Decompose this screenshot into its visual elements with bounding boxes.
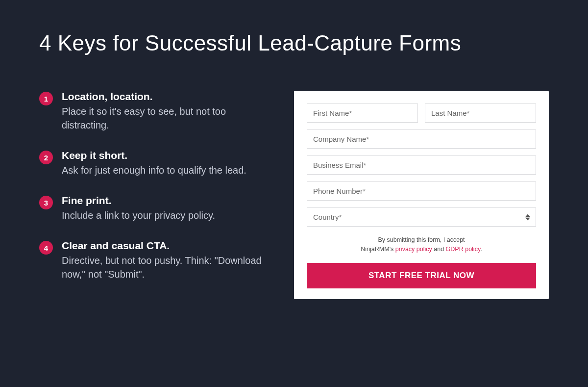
email-input[interactable]	[307, 155, 536, 175]
key-title: Location, location.	[62, 91, 265, 103]
key-badge: 1	[39, 92, 53, 105]
key-text: Clear and casual CTA. Directive, but not…	[62, 240, 265, 281]
key-title: Keep it short.	[62, 150, 265, 161]
key-text: Location, location. Place it so it's eas…	[62, 91, 265, 132]
key-item-2: 2 Keep it short. Ask for just enough inf…	[39, 150, 265, 177]
company-input[interactable]	[307, 129, 536, 149]
disclaimer-text: By submitting this form, I accept NinjaR…	[307, 235, 536, 254]
page-title: 4 Keys for Successful Lead-Capture Forms	[39, 29, 549, 56]
key-text: Keep it short. Ask for just enough info …	[62, 150, 265, 177]
lead-form: Country* By submitting this form, I acce…	[294, 91, 549, 299]
key-item-4: 4 Clear and casual CTA. Directive, but n…	[39, 240, 265, 281]
start-trial-button[interactable]: START FREE TRIAL NOW	[307, 263, 536, 288]
privacy-policy-link[interactable]: privacy policy	[395, 246, 432, 253]
country-select[interactable]: Country*	[307, 207, 536, 227]
key-item-1: 1 Location, location. Place it so it's e…	[39, 91, 265, 132]
key-text: Fine print. Include a link to your priva…	[62, 195, 265, 222]
first-name-input[interactable]	[307, 103, 418, 123]
key-title: Clear and casual CTA.	[62, 240, 265, 252]
last-name-input[interactable]	[425, 103, 536, 123]
key-desc: Include a link to your privacy policy.	[62, 208, 265, 222]
keys-list: 1 Location, location. Place it so it's e…	[39, 91, 265, 299]
content-row: 1 Location, location. Place it so it's e…	[39, 91, 549, 299]
key-desc: Directive, but not too pushy. Think: "Do…	[62, 254, 265, 281]
key-title: Fine print.	[62, 195, 265, 206]
key-badge: 4	[39, 241, 53, 255]
key-item-3: 3 Fine print. Include a link to your pri…	[39, 195, 265, 222]
phone-input[interactable]	[307, 181, 536, 201]
key-desc: Place it so it's easy to see, but not to…	[62, 104, 265, 132]
key-desc: Ask for just enough info to qualify the …	[62, 163, 265, 177]
key-badge: 3	[39, 196, 53, 209]
gdpr-policy-link[interactable]: GDPR policy	[446, 246, 481, 253]
key-badge: 2	[39, 151, 53, 164]
